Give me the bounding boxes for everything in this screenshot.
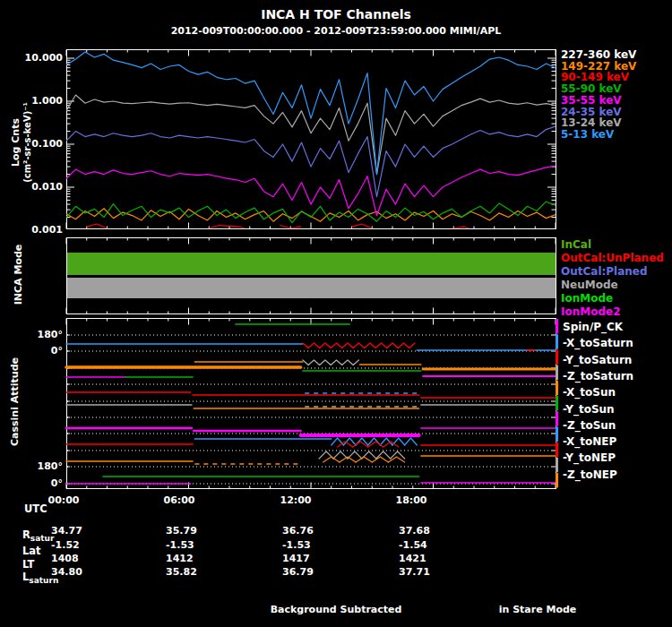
attitude-segment-33 xyxy=(319,451,333,459)
attitude-segment-29 xyxy=(338,442,353,447)
footer-stare-mode: in Stare Mode xyxy=(484,604,591,615)
y-tick-label: 0.010 xyxy=(18,181,63,193)
legend-item-5-13keV: 5-13 keV xyxy=(561,128,614,141)
table-cell-L-3: 37.71 xyxy=(399,566,430,578)
table-cell-LT-1: 1412 xyxy=(166,553,194,564)
series-13-24keV xyxy=(66,95,556,175)
utc-tick-label: 12:00 xyxy=(269,494,323,506)
attitude-legend-XtoSun: -X_toSun xyxy=(563,386,616,399)
attitude-legend-SpinPCK: Spin/P_CK xyxy=(563,321,623,333)
angle-tick-label: 180° xyxy=(30,460,63,472)
utc-tick-label: 00:00 xyxy=(37,494,90,506)
mode-legend-IonMode2: IonMode2 xyxy=(561,305,621,318)
y-tick-label: 10.000 xyxy=(18,52,63,64)
footer-background-subtracted: Background Subtracted xyxy=(251,604,421,615)
attitude-legend-XtoSaturn: -X_toSaturn xyxy=(563,337,633,349)
attitude-legend-XtoNEP: -X_toNEP xyxy=(563,435,616,448)
mode-legend-IonMode: IonMode xyxy=(561,292,613,305)
attitude-segment-33 xyxy=(362,451,376,459)
attitude-legend-ZtoSaturn: -Z_toSaturn xyxy=(563,370,633,382)
attitude-legend-ZtoSun: -Z_toSun xyxy=(563,419,616,432)
series-90-149keV xyxy=(87,224,108,228)
utc-tick-label: 18:00 xyxy=(384,494,438,506)
attitude-segment-29 xyxy=(383,442,399,447)
angle-tick-label: 0° xyxy=(30,477,63,489)
table-cell-R-3: 37.68 xyxy=(399,525,430,537)
series-90-149keV xyxy=(352,224,373,228)
table-row-label-Lat: Lat xyxy=(22,545,41,557)
attitude-legend-YtoNEP: -Y_toNEP xyxy=(563,451,616,464)
angle-tick-label: 180° xyxy=(30,329,63,340)
y-axis-title-inca-mode: INCA Mode xyxy=(13,221,24,329)
mode-legend-OutCalPlaned: OutCal:Planed xyxy=(561,265,648,278)
attitude-segment-28 xyxy=(405,438,418,445)
utc-tick-label: 06:00 xyxy=(152,494,206,506)
mode-legend-InCal: InCal xyxy=(561,238,591,251)
attitude-segment-6 xyxy=(303,360,359,365)
top-panel-frame xyxy=(67,50,556,229)
series-5-13keV xyxy=(66,52,556,175)
table-cell-L-2: 36.79 xyxy=(282,566,314,578)
mode-legend-OutCalUnPlaned: OutCal:UnPlaned xyxy=(561,252,664,264)
table-cell-LT-2: 1417 xyxy=(282,553,310,564)
y-tick-label: 0.100 xyxy=(18,138,63,150)
table-cell-R-2: 36.76 xyxy=(282,525,314,537)
attitude-legend-YtoSun: -Y_toSun xyxy=(563,403,615,416)
series-149-227keV xyxy=(66,209,556,221)
attitude-segment-34 xyxy=(340,457,356,462)
mode-bar-lower xyxy=(67,278,556,298)
table-row-label-LT: LT xyxy=(22,558,34,571)
table-cell-L-1: 35.82 xyxy=(166,566,197,578)
table-cell-Lat-3: -1.54 xyxy=(399,539,427,551)
attitude-segment-34 xyxy=(356,457,372,462)
attitude-segment-2 xyxy=(303,343,415,348)
table-cell-Lat-2: -1.53 xyxy=(282,539,311,551)
table-cell-R-0: 34.77 xyxy=(51,525,82,537)
y-axis-title-cassini-attitude: Cassini Attitude xyxy=(9,331,21,474)
y-tick-label: 0.001 xyxy=(18,224,63,236)
attitude-legend-YtoSaturn: -Y_toSaturn xyxy=(563,354,632,366)
attitude-segment-33 xyxy=(333,451,348,459)
mode-panel-frame xyxy=(67,238,556,314)
table-cell-L-0: 34.80 xyxy=(51,566,82,578)
series-24-35keV xyxy=(66,126,556,197)
table-cell-R-1: 35.79 xyxy=(166,525,197,537)
mode-bar-upper xyxy=(67,253,556,275)
table-cell-LT-0: 1408 xyxy=(51,553,79,564)
mode-legend-NeuMode: NeuMode xyxy=(561,279,618,291)
table-cell-LT-3: 1421 xyxy=(399,553,426,564)
inca-tof-figure: INCA H TOF Channels 2012-009T00:00:00.00… xyxy=(0,0,672,627)
y-tick-label: 1.000 xyxy=(18,95,63,107)
table-row-label-R: Rsatur xyxy=(22,528,54,543)
angle-tick-label: 0° xyxy=(30,345,63,356)
attitude-segment-33 xyxy=(348,451,362,459)
table-cell-Lat-0: -1.52 xyxy=(51,539,80,551)
table-cell-Lat-1: -1.53 xyxy=(166,539,194,551)
attitude-legend-ZtoNEP: -Z_toNEP xyxy=(563,468,617,481)
attitude-segment-34 xyxy=(323,457,340,462)
